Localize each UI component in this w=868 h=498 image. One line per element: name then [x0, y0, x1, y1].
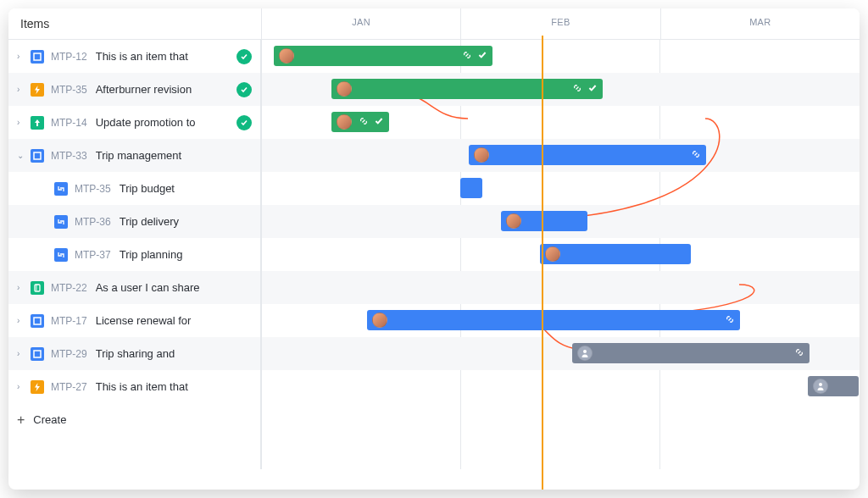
story-type-icon	[31, 50, 44, 64]
item-summary[interactable]: Trip management	[96, 149, 252, 162]
link-icon[interactable]	[359, 114, 369, 130]
create-label: Create	[33, 413, 66, 426]
link-icon[interactable]	[691, 147, 701, 163]
body: ›MTP-12This is an item that›MTP-35Afterb…	[8, 40, 860, 469]
chevron-right-icon[interactable]: ›	[17, 118, 31, 127]
month-mar: MAR	[660, 8, 860, 39]
item-summary[interactable]: This is an item that	[96, 380, 252, 393]
timeline-row[interactable]	[261, 337, 860, 370]
gantt-bar[interactable]	[367, 310, 740, 330]
item-key[interactable]: MTP-22	[51, 282, 87, 294]
link-icon[interactable]	[462, 48, 472, 64]
item-key[interactable]: MTP-14	[51, 117, 87, 129]
chevron-right-icon[interactable]: ›	[17, 316, 31, 325]
svg-point-6	[819, 383, 822, 386]
avatar[interactable]	[474, 147, 489, 163]
item-key[interactable]: MTP-33	[51, 150, 87, 162]
chevron-right-icon[interactable]: ›	[17, 349, 31, 358]
item-key[interactable]: MTP-36	[75, 216, 111, 228]
bolt-type-icon	[31, 380, 44, 394]
item-row[interactable]: ›MTP-12This is an item that	[8, 40, 260, 73]
timeline-row[interactable]	[261, 106, 860, 139]
item-summary[interactable]: License renewal for	[96, 314, 252, 327]
item-row[interactable]: ›MTP-29Trip sharing and	[8, 337, 260, 370]
link-icon[interactable]	[725, 313, 735, 328]
story-type-icon	[31, 149, 44, 163]
timeline-row[interactable]	[261, 271, 860, 304]
timeline[interactable]	[261, 40, 860, 469]
gantt-bar[interactable]	[460, 178, 482, 198]
item-key[interactable]: MTP-35	[75, 183, 111, 195]
chevron-right-icon[interactable]: ›	[17, 382, 31, 391]
timeline-row[interactable]	[261, 205, 860, 238]
today-marker	[542, 36, 543, 490]
avatar[interactable]	[337, 81, 352, 97]
item-row[interactable]: ›MTP-17License renewal for	[8, 304, 260, 337]
unassigned-avatar-icon[interactable]	[577, 346, 593, 361]
gantt-bar[interactable]	[331, 112, 389, 132]
svg-point-5	[583, 350, 587, 353]
gantt-bar[interactable]	[331, 79, 603, 99]
avatar[interactable]	[545, 246, 560, 262]
item-key[interactable]: MTP-29	[51, 348, 87, 360]
chevron-right-icon[interactable]: ›	[17, 85, 31, 94]
item-row[interactable]: ⌄MTP-33Trip management	[8, 139, 260, 172]
avatar[interactable]	[372, 313, 387, 328]
items-header: Items	[8, 8, 261, 39]
gantt-bar[interactable]	[469, 145, 706, 165]
done-check-icon	[236, 115, 252, 130]
avatar[interactable]	[279, 48, 294, 64]
svg-rect-3	[34, 318, 41, 324]
timeline-row[interactable]	[261, 73, 860, 106]
link-icon[interactable]	[794, 346, 804, 361]
item-row[interactable]: MTP-35Trip budget	[8, 172, 260, 205]
item-summary[interactable]: Trip delivery	[120, 215, 252, 228]
item-key[interactable]: MTP-12	[51, 51, 87, 63]
item-summary[interactable]: Trip planning	[120, 248, 252, 261]
avatar[interactable]	[506, 213, 521, 229]
gantt-bar[interactable]	[274, 46, 492, 66]
item-summary[interactable]: Afterburner revision	[96, 83, 231, 96]
chevron-right-icon[interactable]: ›	[17, 52, 31, 61]
timeline-row[interactable]	[261, 172, 860, 205]
plus-icon: +	[17, 412, 25, 428]
item-row[interactable]: MTP-37Trip planning	[8, 238, 260, 271]
item-summary[interactable]: Update promotion to	[96, 116, 231, 129]
item-key[interactable]: MTP-17	[51, 315, 87, 327]
item-summary[interactable]: As a user I can share	[96, 281, 252, 294]
item-summary[interactable]: Trip sharing and	[96, 347, 252, 360]
timeline-row[interactable]	[261, 370, 860, 403]
timeline-row[interactable]	[261, 238, 860, 271]
item-key[interactable]: MTP-37	[75, 249, 111, 261]
link-icon[interactable]	[572, 81, 582, 97]
timeline-row[interactable]	[261, 139, 860, 172]
sub-type-icon	[54, 215, 68, 229]
item-key[interactable]: MTP-35	[51, 84, 87, 96]
chevron-down-icon[interactable]: ⌄	[17, 151, 31, 160]
item-row[interactable]: ›MTP-14Update promotion to	[8, 106, 260, 139]
check-icon	[587, 81, 598, 97]
item-key[interactable]: MTP-27	[51, 381, 87, 393]
item-row[interactable]: ›MTP-22As a user I can share	[8, 271, 260, 304]
item-row[interactable]: MTP-36Trip delivery	[8, 205, 260, 238]
chevron-right-icon[interactable]: ›	[17, 283, 31, 292]
up-type-icon	[31, 116, 44, 130]
gantt-bar[interactable]	[572, 343, 810, 363]
unassigned-avatar-icon[interactable]	[813, 379, 828, 394]
timeline-row[interactable]	[261, 40, 860, 73]
roadmap-board: Items JAN FEB MAR ›MTP-12This is an item…	[8, 8, 860, 490]
story-type-icon	[31, 347, 44, 361]
timeline-row[interactable]	[261, 304, 860, 337]
item-summary[interactable]: Trip budget	[120, 182, 252, 195]
gantt-bar[interactable]	[808, 376, 859, 396]
item-summary[interactable]: This is an item that	[96, 50, 231, 63]
month-jan: JAN	[261, 8, 460, 39]
gantt-bar[interactable]	[501, 211, 587, 231]
gantt-bar[interactable]	[540, 244, 691, 264]
item-row[interactable]: ›MTP-27This is an item that	[8, 370, 260, 403]
create-button[interactable]: +Create	[8, 403, 260, 436]
header-row: Items JAN FEB MAR	[8, 8, 860, 40]
avatar[interactable]	[337, 114, 352, 130]
item-row[interactable]: ›MTP-35Afterburner revision	[8, 73, 260, 106]
svg-rect-1	[34, 152, 41, 159]
